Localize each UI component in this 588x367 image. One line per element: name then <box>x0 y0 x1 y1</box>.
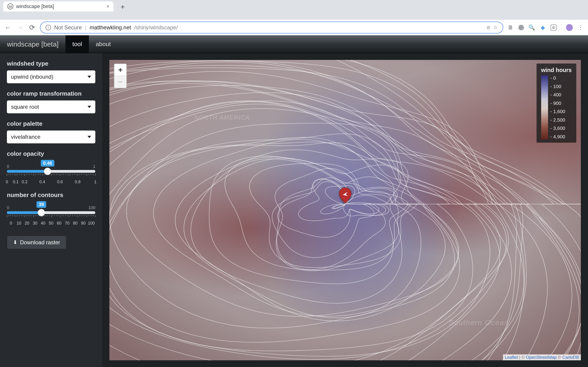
color-palette-select[interactable]: vivelafrance <box>7 131 95 143</box>
security-label: Not Secure <box>54 24 82 31</box>
chevron-down-icon <box>87 76 91 78</box>
opacity-value-badge: 0.46 <box>41 160 54 167</box>
contours-label: number of contours <box>7 192 95 199</box>
legend-color-bar <box>541 75 548 140</box>
cast-icon[interactable]: ⎚ <box>487 25 490 31</box>
color-transformation-label: color ramp transformation <box>7 90 95 97</box>
profile-avatar[interactable] <box>566 24 573 31</box>
extension-diamond-icon[interactable]: ◆ <box>540 24 546 31</box>
download-raster-button[interactable]: ⬇ Download raster <box>7 236 66 249</box>
extension-circle-icon[interactable] <box>519 25 524 30</box>
legend: wind hours 01004009001,6002,5003,6004,90… <box>536 64 576 143</box>
color-palette-label: color palette <box>7 120 95 127</box>
legend-title: wind hours <box>541 67 572 73</box>
color-opacity-label: color opacity <box>7 150 95 157</box>
chevron-down-icon <box>87 136 91 138</box>
tab-about[interactable]: about <box>89 35 118 53</box>
contours-value-badge: 39 <box>36 201 46 208</box>
forward-button[interactable]: → <box>16 24 24 31</box>
extension-g-icon[interactable]: G <box>551 25 556 31</box>
zoom-control: + − <box>114 64 127 88</box>
extension-doc-icon[interactable]: 🗎 <box>507 24 514 31</box>
app-brand: windscape [beta] <box>7 35 59 53</box>
contour-layer <box>109 60 581 360</box>
origin-marker[interactable] <box>339 188 351 204</box>
contours-tick-labels: 0102030405060708090100 <box>7 221 95 226</box>
leaflet-link[interactable]: Leaflet <box>505 355 518 360</box>
zoom-out-button[interactable]: − <box>114 76 126 88</box>
zoom-in-button[interactable]: + <box>114 64 126 76</box>
sidebar: windshed type upwind (inbound) color ram… <box>0 53 102 367</box>
address-bar[interactable]: i Not Secure | matthewkling.net/shiny/wi… <box>40 22 503 33</box>
color-transformation-select[interactable]: square root <box>7 100 95 113</box>
menu-icon[interactable]: ⋮ <box>578 24 584 31</box>
download-icon: ⬇ <box>13 240 17 245</box>
map-view[interactable]: NORTH AMERICA Southern Ocean + − wind ho… <box>109 60 581 361</box>
reload-button[interactable]: ⟳ <box>28 24 36 31</box>
bookmark-star-icon[interactable]: ☆ <box>493 25 498 31</box>
back-button[interactable]: ← <box>4 24 12 31</box>
windshed-type-select[interactable]: upwind (inbound) <box>7 70 95 83</box>
windshed-type-label: windshed type <box>7 60 95 67</box>
map-attribution: Leaflet | © OpenStreetMap © CartoDB <box>503 354 581 360</box>
url-path: /shiny/windscape/ <box>134 24 178 31</box>
chevron-down-icon <box>87 106 91 108</box>
contours-slider[interactable]: 0 100 39 0102030405060708090100 <box>7 202 95 226</box>
globe-icon <box>7 3 13 9</box>
browser-tab[interactable]: windscape [beta] × <box>3 1 113 11</box>
tab-title: windscape [beta] <box>16 3 54 9</box>
close-tab-icon[interactable]: × <box>106 3 109 9</box>
legend-ticks: 01004009001,6002,5003,6004,900 <box>550 75 565 140</box>
color-opacity-slider[interactable]: 0 1 0.46 00.10.20.40.60.81 <box>7 161 95 185</box>
opacity-tick-labels: 00.10.20.40.60.81 <box>7 180 95 185</box>
tab-tool[interactable]: tool <box>65 35 89 53</box>
osm-link[interactable]: OpenStreetMap <box>526 355 556 360</box>
site-info-icon[interactable]: i <box>45 25 51 30</box>
url-host: matthewkling.net <box>90 24 131 31</box>
carto-link[interactable]: CartoDB <box>562 355 579 360</box>
extension-search-icon[interactable]: 🔍 <box>528 24 535 31</box>
new-tab-button[interactable]: + <box>118 2 127 11</box>
